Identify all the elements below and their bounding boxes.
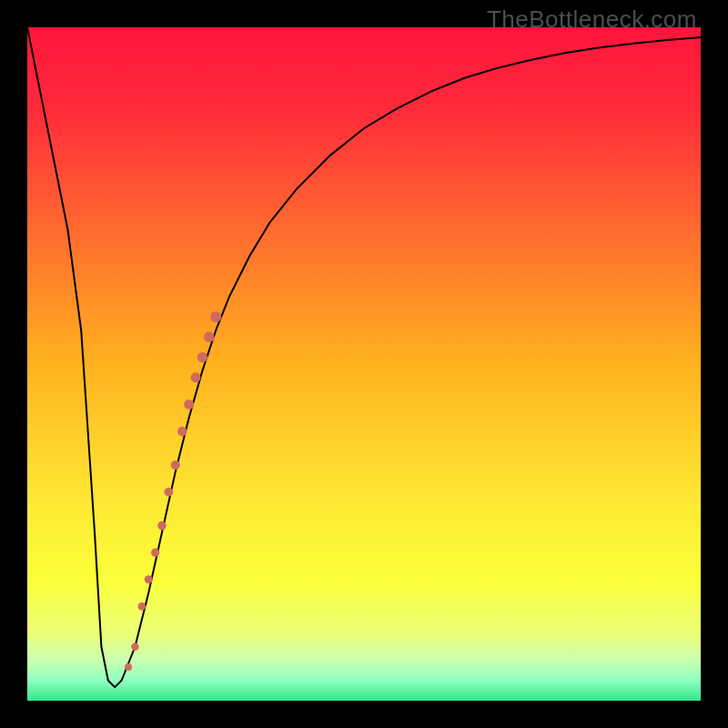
highlight-dot bbox=[151, 549, 159, 557]
highlight-dot bbox=[138, 602, 147, 611]
watermark-text: TheBottleneck.com bbox=[487, 5, 697, 34]
plot-area bbox=[27, 27, 701, 701]
highlight-dot bbox=[184, 399, 194, 410]
highlight-dot bbox=[165, 488, 174, 497]
highlight-dot bbox=[204, 332, 215, 343]
highlight-dot bbox=[125, 663, 132, 671]
highlight-dot bbox=[171, 460, 180, 470]
highlight-dot bbox=[157, 521, 167, 531]
highlight-dot bbox=[177, 427, 187, 436]
chart-svg bbox=[27, 27, 701, 701]
chart-frame: TheBottleneck.com bbox=[0, 0, 728, 728]
highlight-dot bbox=[131, 643, 138, 651]
highlight-dots bbox=[125, 311, 221, 671]
highlight-dot bbox=[191, 372, 201, 382]
highlight-dot bbox=[210, 311, 221, 322]
highlight-dot bbox=[145, 575, 153, 583]
bottleneck-curve bbox=[27, 27, 701, 687]
highlight-dot bbox=[197, 352, 207, 362]
